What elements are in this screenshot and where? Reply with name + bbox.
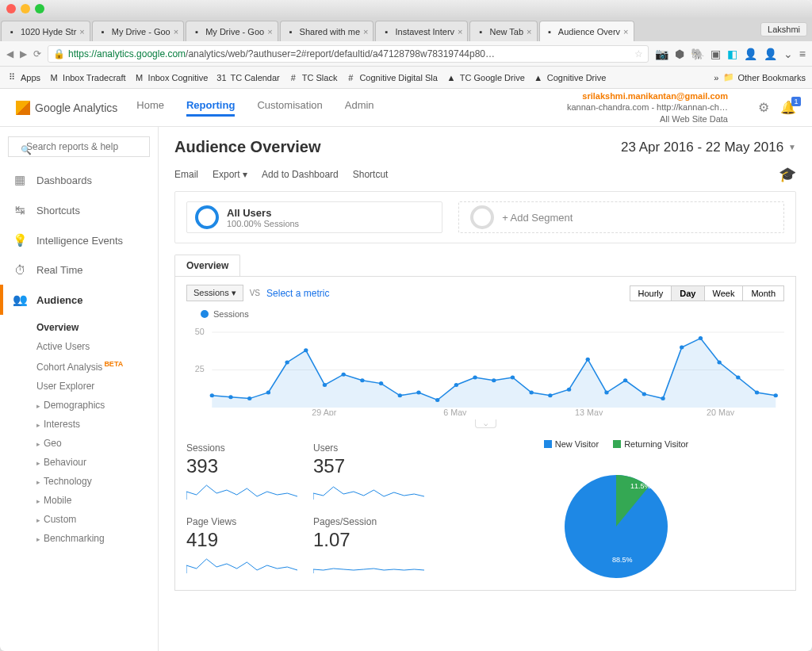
select-metric-link[interactable]: Select a metric xyxy=(266,288,329,299)
sidebar-sub-active-users[interactable]: Active Users xyxy=(36,337,158,356)
bookmark-item[interactable]: MInbox Tradecraft xyxy=(48,72,126,83)
browser-tab[interactable]: ▪Shared with me× xyxy=(280,21,374,41)
date-range-selector[interactable]: 23 Apr 2016 - 22 May 2016 ▼ xyxy=(621,140,796,155)
segments: All Users 100.00% Sessions + Add Segment xyxy=(174,191,796,243)
action-email[interactable]: Email xyxy=(174,169,198,180)
sidebar-sub-mobile[interactable]: Mobile xyxy=(36,491,158,510)
browser-tab[interactable]: ▪1020 Hyde Str× xyxy=(1,21,90,41)
ga-logo[interactable]: Google Analytics xyxy=(16,101,117,115)
browser-tab[interactable]: ▪Audience Overv× xyxy=(539,21,634,41)
extension-icon-3[interactable]: ◧ xyxy=(727,48,737,60)
stat-page-views[interactable]: Page Views419 xyxy=(186,513,305,582)
star-icon[interactable]: ☆ xyxy=(634,48,643,59)
svg-point-7 xyxy=(266,391,270,395)
ga-nav-reporting[interactable]: Reporting xyxy=(186,99,235,117)
chrome-menu-icon[interactable]: ≡ xyxy=(799,48,806,60)
extension-icon-4[interactable]: 👤 xyxy=(744,48,757,60)
svg-text:20 May: 20 May xyxy=(707,408,735,415)
add-segment-button[interactable]: + Add Segment xyxy=(458,201,784,233)
gear-icon[interactable]: ⚙ xyxy=(758,100,769,115)
stat-pages-session[interactable]: Pages/Session1.07 xyxy=(313,513,432,582)
close-icon[interactable]: × xyxy=(527,27,531,36)
close-icon[interactable]: × xyxy=(363,27,368,36)
browser-tab[interactable]: ▪Instavest Interv× xyxy=(375,21,468,41)
sidebar-sub-demographics[interactable]: Demographics xyxy=(36,396,158,415)
sidebar-sub-user-explorer[interactable]: User Explorer xyxy=(36,377,158,396)
evernote-icon[interactable]: 🐘 xyxy=(691,48,704,60)
back-button[interactable]: ◀ xyxy=(6,48,13,59)
close-icon[interactable]: × xyxy=(623,27,628,36)
window-close-button[interactable] xyxy=(6,4,16,13)
close-icon[interactable]: × xyxy=(174,27,178,36)
svg-point-30 xyxy=(699,336,703,340)
window-minimize-button[interactable] xyxy=(21,4,30,13)
svg-point-22 xyxy=(548,393,552,397)
sidebar-item-dashboards[interactable]: ▦Dashboards xyxy=(0,165,158,195)
chart-expand-handle[interactable]: ⌵ xyxy=(475,419,496,428)
time-toggle-month[interactable]: Month xyxy=(742,285,784,301)
close-icon[interactable]: × xyxy=(79,27,84,36)
browser-tab[interactable]: ▪My Drive - Goo× xyxy=(92,21,184,41)
ga-nav-home[interactable]: Home xyxy=(136,99,164,117)
bookmark-item[interactable]: ⠿Apps xyxy=(6,72,40,83)
chrome-user-icon[interactable]: 👤 xyxy=(764,48,777,60)
sidebar-icon: ↹ xyxy=(13,203,27,217)
time-toggle-day[interactable]: Day xyxy=(671,285,704,301)
segment-all-users[interactable]: All Users 100.00% Sessions xyxy=(186,201,442,233)
favicon-icon: ▪ xyxy=(98,26,109,37)
ga-nav-customisation[interactable]: Customisation xyxy=(257,99,322,117)
bookmark-item[interactable]: ▲Cognitive Drive xyxy=(533,72,607,83)
stat-sessions[interactable]: Sessions393 xyxy=(186,439,305,508)
svg-text:13 May: 13 May xyxy=(575,408,603,415)
education-icon[interactable]: 🎓 xyxy=(779,166,796,183)
browser-tab[interactable]: ▪New Tab× xyxy=(469,21,537,41)
other-bookmarks[interactable]: 📁 Other Bookmarks xyxy=(723,72,806,83)
sidebar-sub-geo[interactable]: Geo xyxy=(36,434,158,453)
metric-dropdown[interactable]: Sessions ▾ xyxy=(186,285,243,301)
bookmark-item[interactable]: ▲TC Google Drive xyxy=(446,72,525,83)
sidebar-item-real-time[interactable]: ⏱Real Time xyxy=(0,255,158,285)
stat-users[interactable]: Users357 xyxy=(313,439,432,508)
extension-icon[interactable]: ⬢ xyxy=(675,48,684,60)
sidebar-item-shortcuts[interactable]: ↹Shortcuts xyxy=(0,195,158,225)
time-toggle-week[interactable]: Week xyxy=(704,285,744,301)
sidebar-item-audience[interactable]: 👥Audience xyxy=(0,285,158,315)
search-input[interactable] xyxy=(8,136,150,157)
pocket-icon[interactable]: ⌄ xyxy=(783,48,793,60)
forward-button[interactable]: ▶ xyxy=(20,48,27,59)
address-bar[interactable]: 🔒 https://analytics.google.com /analytic… xyxy=(48,45,649,63)
sidebar-item-intelligence-events[interactable]: 💡Intelligence Events xyxy=(0,225,158,255)
bookmark-item[interactable]: #TC Slack xyxy=(288,72,338,83)
window-zoom-button[interactable] xyxy=(35,4,44,13)
tab-overview[interactable]: Overview xyxy=(174,255,240,276)
sidebar-sub-overview[interactable]: Overview xyxy=(36,318,158,337)
chrome-profile[interactable]: Lakshmi xyxy=(760,22,807,36)
account-switcher[interactable]: srilakshmi.manikantan@gmail.com kannan-c… xyxy=(567,90,728,124)
bookmark-item[interactable]: 31TC Calendar xyxy=(216,72,279,83)
sidebar-sub-benchmarking[interactable]: Benchmarking xyxy=(36,529,158,548)
sidebar-sub-technology[interactable]: Technology xyxy=(36,472,158,491)
bookmark-item[interactable]: #Cognitive Digital Sla xyxy=(345,72,437,83)
browser-tab[interactable]: ▪My Drive - Goo× xyxy=(186,21,278,41)
reload-button[interactable]: ⟳ xyxy=(33,48,41,59)
sidebar-sub-cohort-analysis[interactable]: Cohort AnalysisBETA xyxy=(36,356,158,377)
bookmark-icon: # xyxy=(288,72,299,83)
close-icon[interactable]: × xyxy=(267,27,272,36)
action-export[interactable]: Export ▾ xyxy=(213,169,247,180)
ga-nav-admin[interactable]: Admin xyxy=(345,99,374,117)
camera-icon[interactable]: 📷 xyxy=(655,48,668,60)
action-shortcut[interactable]: Shortcut xyxy=(353,169,389,180)
close-icon[interactable]: × xyxy=(458,27,462,36)
extension-icon-2[interactable]: ▣ xyxy=(710,48,721,60)
svg-text:25: 25 xyxy=(195,366,205,374)
bookmark-item[interactable]: MInbox Cognitive xyxy=(134,72,209,83)
bookmarks-overflow[interactable]: » xyxy=(714,73,718,82)
bell-icon[interactable]: 🔔 xyxy=(780,100,796,115)
sidebar-sub-interests[interactable]: Interests xyxy=(36,415,158,434)
pie-legend-item: New Visitor xyxy=(544,439,599,449)
time-toggle-hourly[interactable]: Hourly xyxy=(630,285,672,301)
sidebar-sub-behaviour[interactable]: Behaviour xyxy=(36,453,158,472)
sidebar-sub-custom[interactable]: Custom xyxy=(36,510,158,529)
action-add[interactable]: Add to Dashboard xyxy=(262,169,339,180)
svg-point-23 xyxy=(567,388,571,392)
